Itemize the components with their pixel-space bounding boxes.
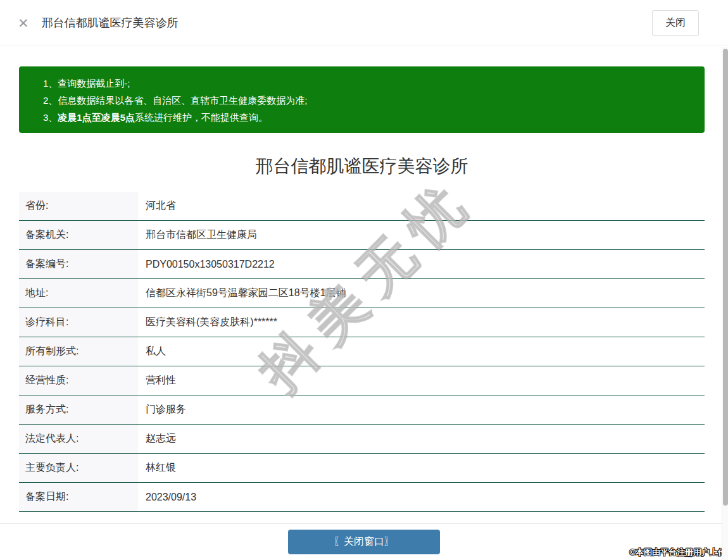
scrollbar-thumb[interactable] <box>723 49 728 506</box>
notice-box: 1、查询数据截止到-; 2、信息数据结果以各省、自治区、直辖市卫生健康委数据为准… <box>19 66 705 133</box>
content-area: 1、查询数据截止到-; 2、信息数据结果以各省、自治区、直辖市卫生健康委数据为准… <box>19 66 705 512</box>
notice-line-3-bold: 凌晨1点至凌晨5点 <box>58 112 135 123</box>
window-title: 邢台信都肌谧医疗美容诊所 <box>42 15 179 30</box>
row-label: 备案编号: <box>19 250 138 278</box>
row-label: 地址: <box>19 279 138 308</box>
row-value: 2023/09/13 <box>138 492 705 503</box>
table-row: 地址:信都区永祥街59号温馨家园二区18号楼1层铺 <box>19 279 705 308</box>
close-button[interactable]: 关闭 <box>652 10 699 36</box>
row-value: 林红银 <box>138 461 705 475</box>
row-label: 所有制形式: <box>19 337 138 366</box>
row-value: PDY00150x13050317D2212 <box>138 259 705 270</box>
table-row: 诊疗科目:医疗美容科(美容皮肤科)****** <box>19 308 705 337</box>
row-label: 服务方式: <box>19 395 138 424</box>
row-label: 主要负责人: <box>19 454 138 482</box>
table-row: 备案机关:邢台市信都区卫生健康局 <box>19 221 705 250</box>
scrollbar-track[interactable] <box>722 47 728 560</box>
table-row: 经营性质:营利性 <box>19 366 705 395</box>
row-value: 医疗美容科(美容皮肤科)****** <box>138 316 705 329</box>
notice-line-1: 1、查询数据截止到-; <box>43 75 692 92</box>
row-value: 营利性 <box>138 374 705 387</box>
row-label: 备案日期: <box>19 483 138 511</box>
notice-line-2-num: 2、 <box>43 95 58 106</box>
row-value: 信都区永祥街59号温馨家园二区18号楼1层铺 <box>138 287 705 300</box>
row-value: 赵志远 <box>138 432 705 445</box>
row-value: 私人 <box>138 345 705 358</box>
row-value: 邢台市信都区卫生健康局 <box>138 228 705 242</box>
notice-line-3-text: 系统进行维护，不能提供查询。 <box>135 112 268 123</box>
top-bar: ✕ 邢台信都肌谧医疗美容诊所 关闭 <box>0 0 728 46</box>
table-row: 所有制形式:私人 <box>19 337 705 366</box>
table-row: 服务方式:门诊服务 <box>19 395 705 425</box>
row-label: 备案机关: <box>19 221 138 249</box>
table-row: 省份:河北省 <box>19 192 705 221</box>
row-label: 法定代表人: <box>19 425 138 453</box>
notice-line-3-num: 3、 <box>43 112 58 123</box>
close-window-button[interactable]: 〖关闭窗口〗 <box>288 530 440 554</box>
row-value: 门诊服务 <box>138 403 705 416</box>
table-row: 法定代表人:赵志远 <box>19 425 705 454</box>
page-title: 邢台信都肌谧医疗美容诊所 <box>19 154 705 178</box>
info-table: 省份:河北省备案机关:邢台市信都区卫生健康局备案编号:PDY00150x1305… <box>19 192 705 512</box>
table-row: 备案日期:2023/09/13 <box>19 483 705 512</box>
row-value: 河北省 <box>138 199 705 213</box>
notice-line-2-text: 信息数据结果以各省、自治区、直辖市卫生健康委数据为准; <box>58 95 307 106</box>
close-icon[interactable]: ✕ <box>18 16 29 30</box>
row-label: 省份: <box>19 192 138 220</box>
notice-line-2: 2、信息数据结果以各省、自治区、直辖市卫生健康委数据为准; <box>43 92 692 109</box>
row-label: 经营性质: <box>19 366 138 395</box>
notice-line-1-num: 1、 <box>43 78 58 89</box>
notice-line-3: 3、凌晨1点至凌晨5点系统进行维护，不能提供查询。 <box>43 109 692 126</box>
footer-bar: 〖关闭窗口〗 <box>0 524 728 560</box>
table-row: 主要负责人:林红银 <box>19 454 705 483</box>
table-row: 备案编号:PDY00150x13050317D2212 <box>19 250 705 279</box>
notice-line-1-text: 查询数据截止到-; <box>58 78 130 89</box>
row-label: 诊疗科目: <box>19 308 138 337</box>
